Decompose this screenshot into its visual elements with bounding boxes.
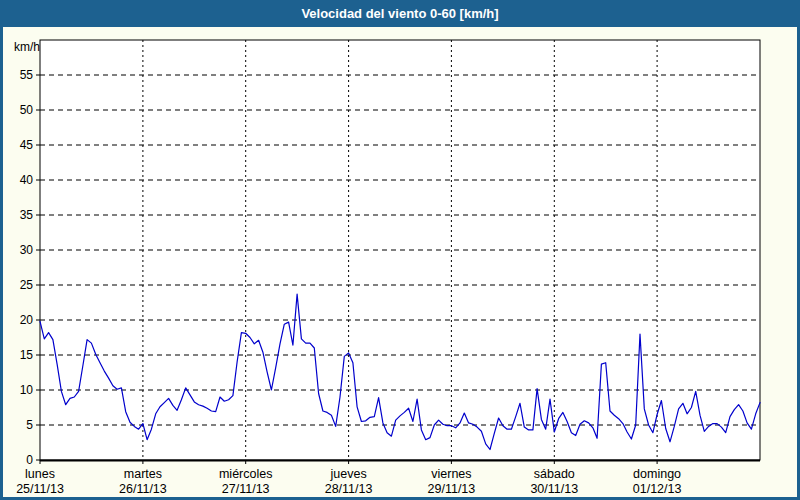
day-date: 29/11/13 bbox=[428, 482, 476, 496]
day-name: miércoles bbox=[219, 467, 273, 481]
day-name: viernes bbox=[431, 467, 471, 481]
day-date: 27/11/13 bbox=[222, 482, 270, 496]
day-date: 26/11/13 bbox=[119, 482, 167, 496]
day-date: 01/12/13 bbox=[633, 482, 682, 496]
svg-text:25: 25 bbox=[20, 278, 34, 292]
window-title: Velocidad del viento 0-60 [km/h] bbox=[301, 6, 498, 21]
day-name: jueves bbox=[330, 467, 367, 481]
svg-text:35: 35 bbox=[20, 208, 34, 222]
svg-text:5: 5 bbox=[26, 418, 33, 432]
x-tick-labels: lunes25/11/13martes26/11/13miércoles27/1… bbox=[16, 467, 681, 496]
day-date: 25/11/13 bbox=[16, 482, 64, 496]
unit-label: km/h bbox=[14, 40, 40, 54]
day-date: 28/11/13 bbox=[325, 482, 373, 496]
window-titlebar: Velocidad del viento 0-60 [km/h] bbox=[0, 0, 800, 27]
chart-window: Velocidad del viento 0-60 [km/h] 0510152… bbox=[0, 0, 800, 500]
svg-text:40: 40 bbox=[20, 173, 34, 187]
svg-text:55: 55 bbox=[20, 68, 34, 82]
day-name: martes bbox=[124, 467, 162, 481]
day-name: domingo bbox=[633, 467, 681, 481]
svg-text:20: 20 bbox=[20, 313, 34, 327]
svg-text:15: 15 bbox=[20, 348, 34, 362]
day-name: sábado bbox=[534, 467, 575, 481]
svg-text:0: 0 bbox=[26, 453, 33, 467]
svg-text:45: 45 bbox=[20, 138, 34, 152]
wind-speed-chart: 0510152025303540455055lunes25/11/13marte… bbox=[3, 27, 797, 497]
svg-text:30: 30 bbox=[20, 243, 34, 257]
svg-text:50: 50 bbox=[20, 103, 34, 117]
chart-panel: 0510152025303540455055lunes25/11/13marte… bbox=[3, 27, 797, 497]
day-date: 30/11/13 bbox=[530, 482, 578, 496]
y-tick-labels: 0510152025303540455055 bbox=[20, 68, 34, 467]
svg-text:10: 10 bbox=[20, 383, 34, 397]
day-name: lunes bbox=[25, 467, 55, 481]
